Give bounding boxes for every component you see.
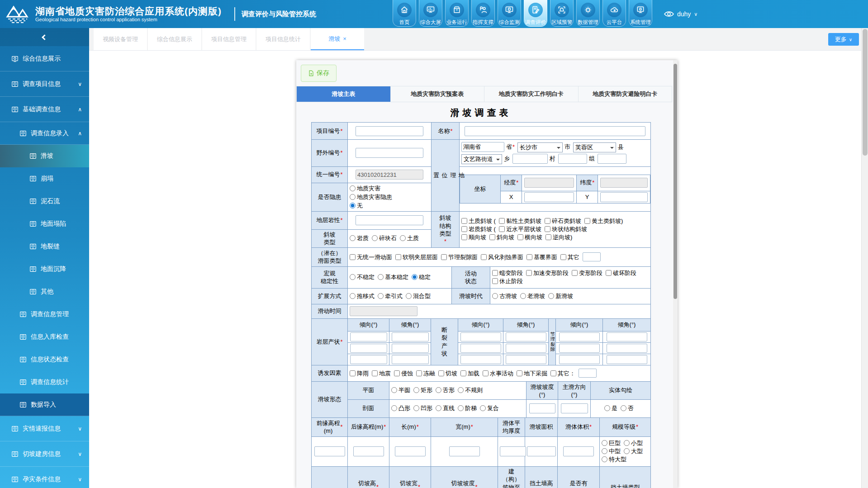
form-tab-main[interactable]: 滑坡主表 xyxy=(296,86,391,102)
checkbox-option[interactable]: 节理裂隙面 xyxy=(441,253,478,261)
rock-dip-dir-input[interactable] xyxy=(350,355,387,364)
save-button[interactable]: 保存 xyxy=(301,65,337,82)
sidebar-item-status-check[interactable]: 信息状态检查 xyxy=(0,348,89,371)
nav-item-data-management[interactable]: 数据管理 xyxy=(576,0,600,27)
checkbox-option[interactable]: 斜向坡 xyxy=(489,233,514,242)
sidebar-item-slope-housing[interactable]: 切坡建房信息 ∨ xyxy=(0,441,89,467)
radio-option[interactable]: 老滑坡 xyxy=(520,292,545,300)
scrollbar-thumb[interactable] xyxy=(674,64,677,299)
radio-option[interactable]: 凸形 xyxy=(391,404,410,412)
radio-option[interactable]: 阶梯 xyxy=(458,404,477,412)
radio-option[interactable]: 直线 xyxy=(436,404,455,412)
fault-dip-dir-input[interactable] xyxy=(460,344,501,353)
town-select[interactable]: 文艺路街道 xyxy=(461,154,502,164)
sidebar-item-other[interactable]: 其他 xyxy=(0,280,89,303)
sidebar-item-display[interactable]: 综合信息展示 xyxy=(0,46,89,71)
form-scrollbar[interactable] xyxy=(673,60,678,488)
sidebar-item-survey-entry[interactable]: 调查信息录入 ∧ xyxy=(0,122,89,145)
tab-landslide-active[interactable]: 滑坡 × xyxy=(311,28,364,50)
radio-option[interactable]: 中型 xyxy=(602,447,621,455)
radio-option[interactable]: 复合 xyxy=(480,404,499,412)
rear-elevation-input[interactable] xyxy=(353,446,384,456)
radio-option[interactable]: 小型 xyxy=(624,439,643,447)
thickness-input[interactable] xyxy=(500,446,526,456)
group-input[interactable] xyxy=(558,154,587,164)
front-elevation-input[interactable] xyxy=(314,446,345,456)
field-no-input[interactable] xyxy=(356,148,423,158)
nav-item-command[interactable]: 指挥支撑 xyxy=(471,0,495,27)
radio-option[interactable]: 是 xyxy=(604,404,617,412)
sidebar-item-ground-fissure[interactable]: 地裂缝 xyxy=(0,235,89,258)
radio-option[interactable]: 地质灾害 xyxy=(350,185,429,193)
radio-option[interactable]: 基本稳定 xyxy=(378,273,408,281)
checkbox-option[interactable]: 切坡 xyxy=(438,370,457,378)
sidebar-item-ground-collapse[interactable]: 地面塌陷 xyxy=(0,213,89,235)
sidebar-item-landslide-active[interactable]: 滑坡 xyxy=(0,145,89,167)
rock-dip-ang-input[interactable] xyxy=(392,344,429,353)
checkbox-option[interactable]: 降雨 xyxy=(350,370,369,378)
checkbox-option[interactable]: 破坏阶段 xyxy=(606,269,636,277)
radio-option[interactable]: 半圆 xyxy=(391,386,410,394)
checkbox-option[interactable]: 休止阶段 xyxy=(492,277,523,285)
tab-video-device[interactable]: 视频设备管理 xyxy=(94,28,147,50)
form-tab-risk-card[interactable]: 地质灾害防灾避险明白卡 xyxy=(579,86,673,102)
sidebar-item-subsidence[interactable]: 地面沉降 xyxy=(0,258,89,280)
form-tab-plan[interactable]: 地质灾害防灾预案表 xyxy=(391,86,485,102)
sidebar-item-debris-flow[interactable]: 泥石流 xyxy=(0,190,89,213)
province-input[interactable] xyxy=(461,142,504,152)
radio-option[interactable]: 舌形 xyxy=(436,386,455,394)
checkbox-option[interactable]: 冻融 xyxy=(416,370,435,378)
nav-item-cloud[interactable]: 云平台 xyxy=(602,0,626,27)
rock-dip-dir-input[interactable] xyxy=(350,344,387,353)
x-input[interactable] xyxy=(524,192,574,202)
radio-option[interactable]: 稳定 xyxy=(412,273,431,281)
nav-item-region-warning[interactable]: 区域预警 xyxy=(550,0,574,27)
group2-input[interactable] xyxy=(598,154,626,164)
nav-item-home[interactable]: 首页 xyxy=(393,0,416,27)
joint-dip-dir-input[interactable] xyxy=(559,332,600,341)
y-input[interactable] xyxy=(600,192,648,202)
user-menu[interactable]: duhy ∨ xyxy=(664,0,697,28)
checkbox-option[interactable]: 土质斜坡 ( xyxy=(461,217,496,225)
checkbox-option[interactable]: 侵蚀 xyxy=(394,370,413,378)
rock-dip-dir-input[interactable] xyxy=(350,332,387,341)
checkbox-option[interactable]: 岩质斜坡 ( xyxy=(461,225,496,233)
strata-input[interactable] xyxy=(356,215,423,225)
radio-option[interactable]: 牵引式 xyxy=(378,292,403,300)
nav-item-business[interactable]: 业务运行 xyxy=(445,0,469,27)
nav-item-system[interactable]: 系统管理 xyxy=(629,0,652,27)
slip-other-input[interactable] xyxy=(583,252,601,261)
radio-option[interactable]: 巨型 xyxy=(602,439,621,447)
checkbox-option[interactable]: 加速变形阶段 xyxy=(526,269,569,277)
main-direction-input[interactable] xyxy=(561,403,588,413)
county-select[interactable]: 芙蓉区 xyxy=(573,142,616,152)
checkbox-option[interactable]: 顺向坡 xyxy=(461,233,486,242)
slope-degree-input[interactable] xyxy=(529,403,555,413)
radio-option[interactable]: 古滑坡 xyxy=(492,292,517,300)
radio-option[interactable]: 新滑坡 xyxy=(548,292,573,300)
radio-option[interactable]: 碎块石 xyxy=(372,234,397,242)
sidebar-item-storage-check[interactable]: 信息入库检查 xyxy=(0,326,89,348)
radio-option[interactable]: 推移式 xyxy=(350,292,375,300)
checkbox-option[interactable]: 近水平层状坡 xyxy=(499,225,541,233)
checkbox-option[interactable]: 黏性土类斜坡 xyxy=(499,217,541,225)
sidebar-item-survey-manage[interactable]: 调查信息管理 xyxy=(0,303,89,326)
joint-dip-dir-input[interactable] xyxy=(559,355,600,364)
radio-option[interactable]: 否 xyxy=(621,404,634,412)
length-input[interactable] xyxy=(395,446,426,456)
rock-dip-ang-input[interactable] xyxy=(392,332,429,341)
checkbox-option[interactable]: 地下采掘 xyxy=(517,370,547,378)
sidebar-item-basic-survey[interactable]: 基础调查信息 ∧ xyxy=(0,97,89,122)
tab-project-stats[interactable]: 项目信息统计 xyxy=(256,28,310,50)
joint-dip-ang-input[interactable] xyxy=(607,332,647,341)
radio-option[interactable]: 凹形 xyxy=(413,404,432,412)
name-input[interactable] xyxy=(465,126,645,136)
nav-item-survey-active[interactable]: 调查评价 xyxy=(524,0,547,27)
radio-option[interactable]: 无 xyxy=(350,202,429,210)
nav-item-monitor[interactable]: 综合监测 xyxy=(498,0,521,27)
sidebar-item-project-info[interactable]: 调查项目信息 ∨ xyxy=(0,71,89,97)
page-scrollbar[interactable] xyxy=(861,28,868,488)
radio-option[interactable]: 混合型 xyxy=(406,292,431,300)
checkbox-option[interactable]: 逆向坡) xyxy=(545,233,572,242)
radio-option[interactable]: 特大型 xyxy=(602,455,626,464)
